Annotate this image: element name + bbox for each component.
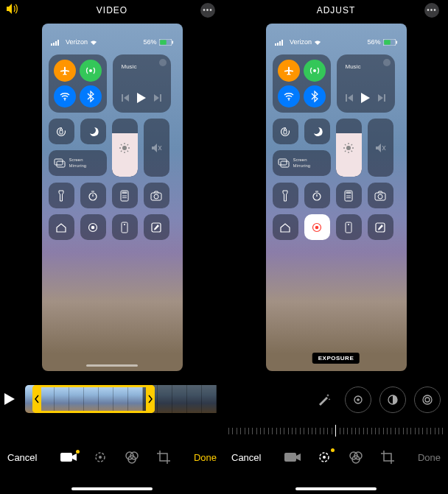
- prev-icon[interactable]: [122, 94, 129, 102]
- screen-mirroring-button[interactable]: Screen Mirroring: [273, 150, 331, 176]
- adjust-slider-scale[interactable]: [228, 423, 444, 438]
- edit-tab-crop[interactable]: [156, 450, 171, 465]
- airplay-icon[interactable]: [159, 59, 167, 66]
- home-icon[interactable]: [49, 214, 74, 240]
- svg-rect-36: [275, 43, 276, 46]
- timer-icon[interactable]: [80, 183, 106, 208]
- play-icon[interactable]: [137, 93, 146, 103]
- home-icon[interactable]: [273, 214, 298, 240]
- svg-point-28: [124, 224, 125, 225]
- svg-rect-42: [396, 40, 397, 43]
- volume-slider[interactable]: [368, 119, 393, 177]
- airplane-icon[interactable]: [54, 60, 76, 82]
- carrier-label: Verizon: [275, 38, 321, 46]
- home-indicator[interactable]: [295, 487, 377, 490]
- timer-icon[interactable]: [304, 183, 330, 208]
- shadows-dial[interactable]: [414, 387, 441, 413]
- svg-point-58: [349, 197, 351, 198]
- brightness-slider[interactable]: [112, 119, 138, 177]
- svg-point-9: [57, 127, 66, 135]
- bluetooth-icon[interactable]: [304, 85, 326, 107]
- wifi-icon[interactable]: [54, 85, 76, 107]
- flashlight-icon[interactable]: [273, 183, 298, 208]
- wifi-icon[interactable]: [278, 85, 300, 107]
- svg-point-7: [89, 69, 92, 72]
- svg-point-8: [64, 99, 66, 101]
- svg-rect-1: [53, 43, 55, 46]
- bluetooth-icon[interactable]: [80, 85, 102, 107]
- prev-icon[interactable]: [346, 94, 353, 102]
- svg-rect-3: [57, 40, 59, 46]
- exposure-dial[interactable]: [345, 387, 371, 413]
- airplay-icon[interactable]: [383, 59, 391, 66]
- panel-title-video: VIDEO: [0, 5, 224, 15]
- airplane-icon[interactable]: [278, 60, 300, 82]
- trim-handle-right[interactable]: [146, 385, 155, 413]
- done-button[interactable]: Done: [418, 452, 441, 463]
- volume-slider[interactable]: [144, 119, 169, 177]
- edit-tab-video[interactable]: [60, 451, 77, 463]
- cellular-icon[interactable]: [80, 60, 102, 82]
- rotation-lock-icon[interactable]: [49, 119, 74, 144]
- calculator-icon[interactable]: [112, 183, 138, 208]
- flashlight-icon[interactable]: [49, 183, 74, 208]
- cancel-button[interactable]: Cancel: [7, 452, 37, 463]
- media-block[interactable]: Music: [337, 54, 395, 113]
- timeline-play-button[interactable]: [4, 393, 25, 405]
- connectivity-block[interactable]: [273, 54, 331, 113]
- screen-mirroring-button[interactable]: Screen Mirroring: [49, 150, 107, 176]
- remote-icon[interactable]: [112, 214, 138, 240]
- trim-handle-left[interactable]: [32, 385, 41, 413]
- svg-rect-16: [122, 191, 127, 194]
- notes-icon[interactable]: [144, 214, 169, 240]
- edit-tab-adjust[interactable]: [93, 450, 108, 465]
- svg-point-55: [349, 195, 351, 197]
- camera-icon[interactable]: [368, 183, 393, 208]
- rotation-lock-icon[interactable]: [273, 119, 298, 144]
- edit-tab-adjust[interactable]: [317, 450, 332, 465]
- record-icon[interactable]: [80, 214, 106, 240]
- edit-tab-filters[interactable]: [124, 450, 140, 465]
- svg-point-17: [122, 195, 124, 197]
- svg-point-20: [122, 197, 124, 198]
- play-icon[interactable]: [361, 93, 370, 103]
- svg-point-49: [346, 146, 351, 150]
- cellular-icon[interactable]: [304, 60, 326, 82]
- camera-icon[interactable]: [144, 183, 169, 208]
- media-block[interactable]: Music: [113, 54, 171, 113]
- more-button[interactable]: •••: [200, 3, 215, 18]
- auto-enhance-dial[interactable]: [310, 387, 337, 413]
- calculator-icon[interactable]: [336, 183, 362, 208]
- svg-rect-30: [60, 453, 72, 462]
- highlights-dial[interactable]: [379, 387, 406, 413]
- next-icon[interactable]: [154, 94, 161, 102]
- dnd-icon[interactable]: [304, 119, 330, 144]
- more-button[interactable]: •••: [424, 3, 439, 18]
- next-icon[interactable]: [378, 94, 385, 102]
- svg-rect-37: [277, 43, 279, 46]
- panel-title-adjust: ADJUST: [224, 5, 448, 15]
- svg-rect-11: [55, 159, 63, 165]
- svg-rect-2: [55, 41, 57, 46]
- connectivity-block[interactable]: [49, 54, 107, 113]
- remote-icon[interactable]: [336, 214, 362, 240]
- svg-point-53: [346, 195, 348, 197]
- edit-tab-video[interactable]: [284, 451, 301, 463]
- home-indicator[interactable]: [71, 487, 153, 490]
- edit-tab-crop[interactable]: [380, 450, 395, 465]
- svg-rect-38: [279, 41, 281, 46]
- svg-rect-41: [384, 40, 391, 45]
- brightness-slider[interactable]: [336, 119, 362, 177]
- brightness-icon: [119, 142, 130, 154]
- record-icon-active[interactable]: [304, 214, 330, 240]
- notes-icon[interactable]: [368, 214, 393, 240]
- done-button[interactable]: Done: [194, 452, 217, 463]
- svg-point-32: [99, 456, 102, 459]
- dnd-icon[interactable]: [80, 119, 106, 144]
- cancel-button[interactable]: Cancel: [231, 452, 261, 463]
- edit-tab-filters[interactable]: [348, 450, 364, 465]
- volume-icon[interactable]: [6, 3, 19, 15]
- svg-rect-6: [172, 40, 173, 43]
- battery-indicator: 56%: [367, 38, 397, 46]
- video-timeline[interactable]: [25, 385, 220, 413]
